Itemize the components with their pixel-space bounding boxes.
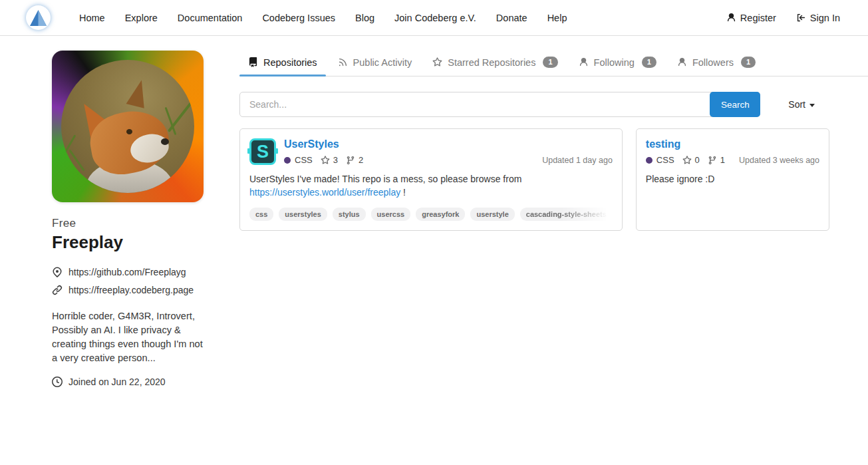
- sort-label: Sort: [788, 99, 805, 110]
- tab-label: Repositories: [263, 57, 317, 68]
- tab-label: Starred Repositories: [448, 57, 535, 68]
- fork-count: 2: [359, 155, 363, 165]
- fox-avatar-image: [61, 60, 194, 193]
- repo-avatar-userstyles[interactable]: S: [249, 138, 276, 165]
- rss-icon: [338, 57, 348, 67]
- nav-home[interactable]: Home: [69, 0, 115, 36]
- tab-label: Followers: [692, 57, 734, 68]
- topic-list: css userstyles stylus usercss greasyfork…: [249, 208, 613, 221]
- page-body: Free Freeplay https://github.com/Freepla…: [0, 36, 868, 387]
- nav-explore[interactable]: Explore: [115, 0, 168, 36]
- sort-dropdown[interactable]: Sort: [788, 99, 815, 110]
- topic-pill[interactable]: userstyle: [470, 208, 514, 221]
- sign-in-link[interactable]: Sign In: [796, 13, 840, 23]
- mountain-icon: [26, 5, 51, 30]
- sign-in-label: Sign In: [810, 13, 840, 23]
- nav-donate[interactable]: Donate: [486, 0, 537, 36]
- tab-repositories[interactable]: Repositories: [239, 51, 326, 76]
- register-label: Register: [740, 13, 776, 23]
- profile-website-row: https://freeplay.codeberg.page: [52, 285, 204, 295]
- repo-description: Please ignore :D: [646, 172, 819, 186]
- clock-icon: [52, 377, 63, 387]
- profile-bio: Horrible coder, G4M3R, Introvert, Possib…: [52, 309, 205, 365]
- repo-stars: 0: [682, 155, 700, 165]
- fox-nose: [161, 138, 169, 145]
- repo-avatar-letter: S: [257, 142, 269, 162]
- nav-documentation[interactable]: Documentation: [168, 0, 253, 36]
- topic-pill[interactable]: userstyles: [279, 208, 327, 221]
- search-button[interactable]: Search: [710, 92, 760, 117]
- profile-joined-row: Joined on Jun 22, 2020: [52, 377, 204, 387]
- main-nav: Home Explore Documentation Codeberg Issu…: [69, 0, 577, 36]
- header-auth-links: Register Sign In: [726, 13, 840, 23]
- topic-pill[interactable]: usercss: [371, 208, 411, 221]
- repo-meta: CSS 0 1 Updated 3 weeks ago: [646, 155, 819, 165]
- profile-location-row: https://github.com/Freeplayg: [52, 267, 204, 277]
- repo-link-userstyles[interactable]: UserStyles: [284, 138, 339, 150]
- star-icon: [321, 156, 330, 165]
- repo-link-testing[interactable]: testing: [646, 138, 680, 150]
- tab-public-activity[interactable]: Public Activity: [329, 51, 421, 76]
- repo-search-row: Search Sort: [239, 92, 829, 117]
- repo-icon: [248, 57, 258, 67]
- nav-blog[interactable]: Blog: [345, 0, 384, 36]
- git-branch-icon: [346, 156, 355, 165]
- location-icon: [52, 267, 63, 277]
- profile-location-text: https://github.com/Freeplayg: [69, 267, 186, 277]
- tab-label: Public Activity: [353, 57, 412, 68]
- profile-username: Freeplay: [52, 232, 204, 253]
- repo-card-testing: testing CSS 0 1 Up: [636, 128, 829, 231]
- followers-count-badge: 1: [741, 57, 756, 68]
- fox-eye: [126, 129, 132, 134]
- profile-full-name: Free: [52, 217, 204, 230]
- repo-language: CSS: [656, 155, 674, 165]
- language-dot: [646, 157, 652, 164]
- topic-pill[interactable]: css: [249, 208, 273, 221]
- tab-starred-repositories[interactable]: Starred Repositories 1: [424, 51, 566, 76]
- profile-website-link[interactable]: https://freeplay.codeberg.page: [69, 285, 194, 295]
- repo-forks: 2: [346, 155, 363, 165]
- star-icon: [432, 57, 442, 67]
- profile-meta: https://github.com/Freeplayg https://fre…: [52, 267, 204, 295]
- repo-updated: Updated 1 day ago: [542, 156, 613, 165]
- star-count: 3: [333, 155, 338, 165]
- profile-content: Repositories Public Activity Starred Rep…: [239, 51, 868, 231]
- pine-sprig: [69, 150, 84, 172]
- profile-sidebar: Free Freeplay https://github.com/Freepla…: [52, 51, 204, 387]
- search-box: Search: [239, 92, 760, 117]
- topic-pill[interactable]: stylus: [333, 208, 366, 221]
- tab-followers[interactable]: Followers 1: [668, 51, 764, 76]
- topic-pill[interactable]: cascading-style-sheets: [520, 208, 613, 221]
- profile-avatar: [52, 51, 204, 202]
- repo-description: UserStyles I've made! This repo is a mes…: [249, 172, 613, 200]
- description-link[interactable]: https://userstyles.world/user/freeplay: [249, 187, 400, 198]
- chevron-down-icon: [809, 104, 815, 107]
- starred-count-badge: 1: [543, 57, 557, 68]
- star-icon: [682, 156, 692, 165]
- language-dot: [284, 157, 291, 164]
- nav-codeberg-issues[interactable]: Codeberg Issues: [252, 0, 345, 36]
- person-icon: [677, 57, 687, 67]
- git-branch-icon: [708, 156, 717, 165]
- repo-meta: CSS 3 2 Updated 1 day ago: [284, 155, 613, 165]
- person-icon: [579, 57, 589, 67]
- nav-help[interactable]: Help: [537, 0, 577, 36]
- profile-tabs: Repositories Public Activity Starred Rep…: [239, 51, 868, 77]
- repo-language: CSS: [295, 155, 313, 165]
- repo-forks: 1: [708, 155, 725, 165]
- repo-card-userstyles: S UserStyles CSS 3: [239, 128, 623, 231]
- sign-in-icon: [796, 13, 806, 23]
- main-header: Home Explore Documentation Codeberg Issu…: [0, 0, 868, 36]
- following-count-badge: 1: [642, 57, 656, 68]
- profile-joined-text: Joined on Jun 22, 2020: [69, 377, 166, 387]
- fox-ear: [126, 78, 151, 108]
- topic-pill[interactable]: greasyfork: [416, 208, 465, 221]
- tab-following[interactable]: Following 1: [570, 51, 665, 76]
- repo-updated: Updated 3 weeks ago: [739, 156, 819, 165]
- register-link[interactable]: Register: [726, 13, 776, 23]
- search-input[interactable]: [239, 92, 760, 117]
- codeberg-logo[interactable]: [26, 5, 51, 30]
- person-icon: [726, 13, 736, 23]
- nav-join-codeberg[interactable]: Join Codeberg e.V.: [384, 0, 486, 36]
- link-icon: [52, 285, 63, 295]
